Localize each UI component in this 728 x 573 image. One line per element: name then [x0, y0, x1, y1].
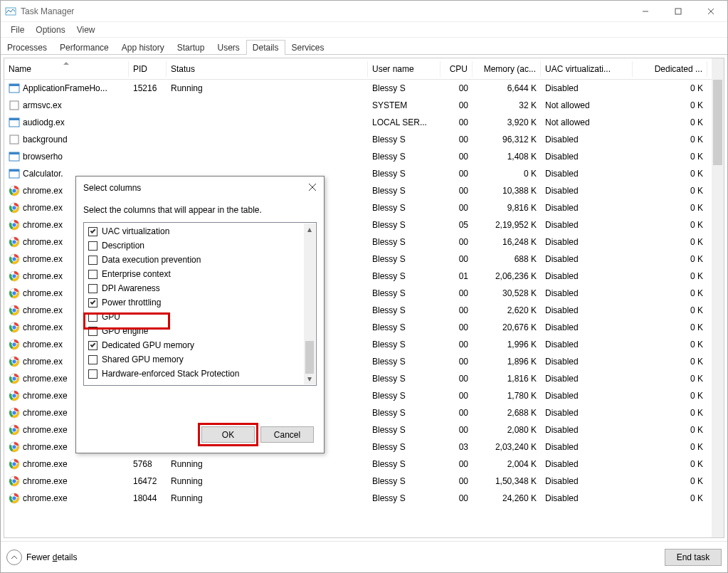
table-row[interactable]: browserhoBlessy S001,408 KDisabled0 K [4, 148, 724, 165]
end-task-button[interactable]: End task [665, 549, 722, 566]
fewer-details-button[interactable]: Fewer details [6, 550, 77, 565]
cell-user: Blessy S [368, 82, 441, 95]
checkbox[interactable] [88, 369, 97, 379]
column-option[interactable]: GPU engine [87, 324, 303, 338]
checkbox[interactable] [88, 355, 97, 364]
svg-point-41 [12, 325, 16, 330]
checkbox[interactable] [88, 227, 97, 236]
chrome-icon [9, 356, 20, 367]
table-row[interactable]: armsvc.exSYSTEM0032 KNot allowed0 K [4, 97, 724, 114]
column-header-name[interactable]: Name [4, 61, 129, 77]
column-header-pid[interactable]: PID [129, 61, 167, 77]
scroll-up-icon[interactable]: ▴ [304, 224, 315, 235]
column-option[interactable]: Enterprise context [87, 267, 303, 281]
table-row[interactable]: chrome.exe18044RunningBlessy S0024,260 K… [4, 490, 724, 507]
checkbox[interactable] [88, 241, 97, 251]
cancel-button[interactable]: Cancel [260, 426, 314, 443]
cell-cpu: 00 [441, 492, 473, 505]
column-header-dgpu[interactable]: Dedicated ... [633, 61, 707, 77]
cell-cpu: 00 [441, 424, 473, 436]
maximize-button[interactable] [662, 1, 695, 22]
dialog-scrollbar[interactable]: ▴ ▾ [304, 224, 315, 384]
close-button[interactable] [695, 1, 727, 22]
tab-users[interactable]: Users [211, 40, 246, 55]
vertical-scrollbar[interactable] [712, 58, 724, 537]
process-name: audiodg.ex [23, 117, 65, 127]
cell-pid [129, 138, 167, 141]
chrome-icon [9, 236, 20, 248]
tab-startup[interactable]: Startup [171, 40, 211, 55]
column-option[interactable]: Power throttling [87, 295, 303, 310]
column-option[interactable]: Shared GPU memory [87, 352, 303, 367]
column-option[interactable]: Description [87, 238, 303, 253]
svg-rect-10 [10, 135, 19, 144]
column-option[interactable]: UAC virtualization [87, 224, 303, 238]
cell-pid [129, 121, 167, 124]
dialog-scrollbar-thumb[interactable] [305, 341, 314, 374]
scroll-down-icon[interactable]: ▾ [304, 373, 315, 384]
cell-mem: 1,408 K [473, 150, 541, 163]
tab-app-history[interactable]: App history [115, 40, 171, 55]
column-option-label: UAC virtualization [102, 226, 169, 236]
tab-services[interactable]: Services [285, 40, 331, 55]
process-name: browserho [23, 152, 63, 162]
checkbox[interactable] [88, 298, 97, 307]
cell-user: Blessy S [368, 167, 441, 180]
cell-uac: Not allowed [541, 116, 633, 129]
columns-listbox[interactable]: UAC virtualizationDescriptionData execut… [83, 222, 317, 386]
window-icon [9, 83, 20, 94]
minimize-button[interactable] [629, 1, 662, 22]
footer: Fewer details End task [1, 541, 727, 572]
cell-uac: Disabled [541, 133, 633, 146]
cell-dgpu: 0 K [633, 82, 707, 95]
cell-mem: 1,780 K [473, 389, 541, 402]
cell-user: Blessy S [368, 338, 441, 351]
table-row[interactable]: chrome.exe16472RunningBlessy S001,50,348… [4, 473, 724, 490]
process-name: armsvc.ex [23, 100, 62, 110]
column-header-status[interactable]: Status [167, 61, 368, 77]
ok-button[interactable]: OK [201, 426, 255, 443]
column-option[interactable]: DPI Awareness [87, 281, 303, 295]
column-header-cpu[interactable]: CPU [441, 61, 473, 77]
column-option[interactable]: GPU [87, 310, 303, 324]
scrollbar-thumb[interactable] [713, 80, 722, 165]
chrome-icon [9, 373, 20, 384]
cell-mem: 32 K [473, 99, 541, 112]
chrome-icon [9, 305, 20, 316]
tab-processes[interactable]: Processes [1, 40, 53, 55]
process-name: background [23, 135, 68, 144]
tab-performance[interactable]: Performance [53, 40, 115, 55]
checkbox[interactable] [88, 327, 97, 336]
checkbox[interactable] [88, 312, 97, 322]
cell-cpu: 00 [441, 338, 473, 351]
cell-uac: Disabled [541, 458, 633, 471]
column-header-user[interactable]: User name [368, 61, 441, 77]
cell-status: Running [167, 475, 368, 488]
cell-uac: Not allowed [541, 99, 633, 112]
column-header-mem[interactable]: Memory (ac... [473, 61, 541, 77]
column-option[interactable]: Dedicated GPU memory [87, 338, 303, 352]
tab-details[interactable]: Details [246, 40, 285, 55]
chrome-icon [9, 202, 20, 214]
column-option[interactable]: Data execution prevention [87, 253, 303, 267]
checkbox[interactable] [88, 270, 97, 279]
menu-file[interactable]: File [5, 23, 30, 36]
cell-pid: 5768 [129, 458, 167, 471]
checkbox[interactable] [88, 256, 97, 265]
column-option-label: Dedicated GPU memory [102, 340, 194, 350]
table-row[interactable]: backgroundBlessy S0096,312 KDisabled0 K [4, 131, 724, 148]
menu-options[interactable]: Options [30, 23, 70, 36]
table-row[interactable]: ApplicationFrameHo...15216RunningBlessy … [4, 80, 724, 97]
menu-view[interactable]: View [71, 23, 101, 36]
checkbox[interactable] [88, 284, 97, 293]
cell-name: chrome.exe [4, 457, 129, 471]
table-row[interactable]: audiodg.exLOCAL SER...003,920 KNot allow… [4, 114, 724, 131]
cell-user: Blessy S [368, 355, 441, 368]
table-row[interactable]: chrome.exe5768RunningBlessy S002,004 KDi… [4, 456, 724, 473]
column-header-uac[interactable]: UAC virtualizati... [541, 61, 633, 77]
checkbox[interactable] [88, 341, 97, 350]
cell-uac: Disabled [541, 321, 633, 334]
cell-user: Blessy S [368, 184, 441, 197]
column-option[interactable]: Hardware-enforced Stack Protection [87, 367, 303, 381]
dialog-close-button[interactable] [308, 183, 317, 194]
